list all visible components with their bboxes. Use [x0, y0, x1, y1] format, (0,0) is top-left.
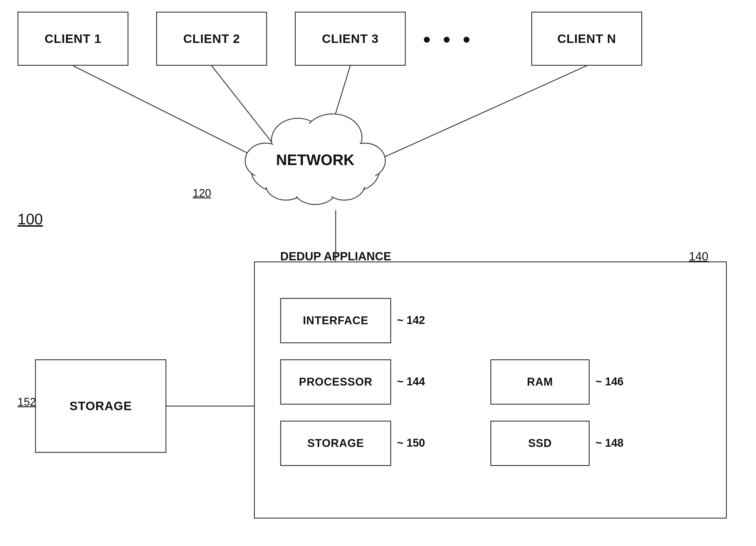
processor-box: PROCESSOR [280, 359, 391, 405]
network-cloud: NETWORK [204, 91, 426, 222]
ref-142: ~ 142 [397, 314, 425, 327]
ref-150: ~ 150 [397, 437, 425, 449]
ref-100: 100 [18, 210, 43, 228]
ssd-box: SSD [490, 421, 590, 466]
ref-144: ~ 144 [397, 375, 425, 388]
dedup-appliance-label: DEDUP APPLIANCE [280, 250, 391, 263]
client2-box: CLIENT 2 [156, 12, 267, 66]
dots-separator: • • • [423, 28, 473, 51]
clientN-box: CLIENT N [531, 12, 642, 66]
svg-point-26 [325, 169, 363, 199]
client1-box: CLIENT 1 [18, 12, 128, 66]
ram-box: RAM [490, 359, 590, 405]
client3-box: CLIENT 3 [295, 12, 406, 66]
ref-148: ~ 148 [595, 437, 623, 449]
interface-box: INTERFACE [280, 298, 391, 343]
storage-inner-box: STORAGE [280, 421, 391, 466]
ref-152: 152 [18, 396, 36, 408]
storage-external-box: STORAGE [35, 359, 166, 453]
svg-text:NETWORK: NETWORK [276, 151, 355, 168]
ref-120: 120 [193, 187, 211, 199]
diagram: CLIENT 1 CLIENT 2 CLIENT 3 • • • CLIENT … [0, 0, 756, 546]
ref-146: ~ 146 [595, 375, 623, 388]
ref-140: 140 [689, 250, 708, 263]
